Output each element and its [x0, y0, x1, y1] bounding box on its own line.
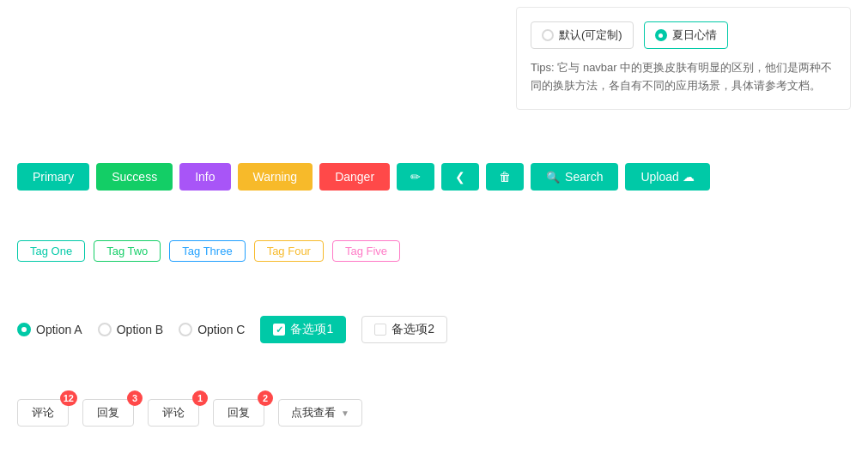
reply1-wrap: 回复 3 [82, 399, 134, 427]
share-icon: ❮ [455, 170, 465, 184]
tag-four[interactable]: Tag Four [254, 240, 324, 262]
checkbox2-label: 备选项2 [392, 322, 434, 337]
theme-active-label: 夏日心情 [672, 27, 717, 43]
tag-one[interactable]: Tag One [17, 240, 85, 262]
theme-default-label: 默认(可定制) [559, 27, 622, 43]
success-button[interactable]: Success [96, 163, 173, 191]
option-c-label: Option C [197, 323, 245, 336]
dropdown-button[interactable]: 点我查看 ▼ [278, 399, 362, 427]
option-c-dot [179, 323, 192, 336]
theme-default-radio[interactable]: 默认(可定制) [531, 21, 634, 49]
info-button[interactable]: Info [179, 163, 230, 191]
search-icon: 🔍 [546, 171, 560, 184]
comment2-button[interactable]: 评论 [148, 399, 199, 427]
theme-options: 默认(可定制) 夏日心情 [531, 21, 836, 49]
search-button[interactable]: 🔍 Search [531, 163, 618, 191]
reply2-button[interactable]: 回复 [213, 399, 264, 427]
option-a-dot [17, 323, 31, 336]
options-row: Option A Option B Option C 备选项1 备选项2 [17, 316, 447, 343]
comment1-badge: 12 [60, 390, 77, 406]
reply1-badge: 3 [127, 390, 143, 406]
checkbox2-button[interactable]: 备选项2 [361, 316, 447, 343]
option-c-radio[interactable]: Option C [179, 323, 245, 336]
primary-button[interactable]: Primary [17, 163, 89, 191]
delete-button[interactable]: 🗑 [486, 163, 524, 191]
comment2-badge: 1 [192, 390, 208, 406]
edit-button[interactable]: ✏ [397, 163, 434, 191]
checkbox1-icon [273, 324, 285, 336]
tag-two[interactable]: Tag Two [94, 240, 161, 262]
comment1-wrap: 评论 12 [17, 399, 69, 427]
option-a-radio[interactable]: Option A [17, 323, 82, 336]
tag-five[interactable]: Tag Five [332, 240, 400, 262]
comment2-wrap: 评论 1 [148, 399, 199, 427]
theme-active-radio[interactable]: 夏日心情 [644, 21, 728, 49]
reply2-badge: 2 [258, 390, 273, 406]
reply1-button[interactable]: 回复 [82, 399, 134, 427]
checkbox1-label: 备选项1 [290, 322, 333, 337]
share-button[interactable]: ❮ [441, 163, 479, 191]
delete-icon: 🗑 [499, 170, 511, 184]
warning-button[interactable]: Warning [238, 163, 313, 191]
comment1-button[interactable]: 评论 [17, 399, 69, 427]
option-b-dot [98, 323, 112, 336]
checkbox1-button[interactable]: 备选项1 [260, 316, 346, 343]
checkbox2-icon [374, 324, 386, 336]
chevron-down-icon: ▼ [341, 408, 349, 418]
badge-row: 评论 12 回复 3 评论 1 回复 2 点我查看 ▼ [17, 399, 362, 427]
option-a-label: Option A [36, 323, 82, 336]
tag-three[interactable]: Tag Three [169, 240, 245, 262]
reply2-wrap: 回复 2 [213, 399, 264, 427]
theme-active-dot [655, 29, 667, 41]
danger-button[interactable]: Danger [319, 163, 390, 191]
edit-icon: ✏ [410, 170, 421, 184]
button-row: Primary Success Info Warning Danger ✏ ❮ … [17, 163, 710, 191]
theme-default-dot [542, 29, 554, 41]
theme-panel: 默认(可定制) 夏日心情 Tips: 它与 navbar 中的更换皮肤有明显的区… [516, 7, 851, 110]
option-b-radio[interactable]: Option B [98, 323, 163, 336]
upload-button[interactable]: Upload ☁ [625, 163, 709, 191]
dropdown-label: 点我查看 [291, 405, 336, 421]
tip-text: Tips: 它与 navbar 中的更换皮肤有明显的区别，他们是两种不同的换肤方… [531, 59, 836, 95]
tags-row: Tag One Tag Two Tag Three Tag Four Tag F… [17, 240, 400, 262]
option-b-label: Option B [117, 323, 163, 336]
